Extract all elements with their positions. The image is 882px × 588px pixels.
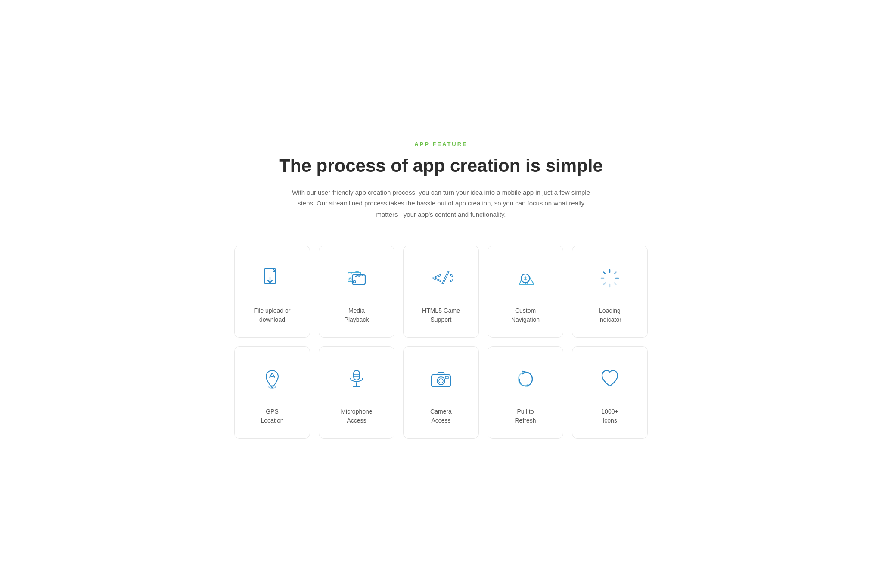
feature-card-file-upload: File upload ordownload [234,246,310,338]
gps-icon [253,360,292,398]
page-container: APP FEATURE The process of app creation … [234,141,648,448]
section-title: The process of app creation is simple [234,155,648,177]
features-row-1: File upload ordownload MediaPlayback [234,246,648,338]
section-eyebrow: APP FEATURE [234,141,648,147]
camera-label: CameraAccess [430,407,452,425]
loading-icon [590,259,629,298]
svg-line-11 [604,272,606,274]
media-playback-label: MediaPlayback [345,306,369,324]
pull-refresh-label: Pull toRefresh [515,407,536,425]
html5-game-icon: </> [422,259,460,298]
microphone-label: MicrophoneAccess [341,407,372,425]
feature-card-media-playback: MediaPlayback [319,246,394,338]
svg-text:</>: </> [432,269,453,286]
feature-card-pull-refresh: Pull toRefresh [488,346,563,439]
svg-rect-16 [354,370,360,380]
features-row-2: GPSLocation MicrophoneAccess [234,346,648,439]
gps-label: GPSLocation [261,407,284,425]
icons-label: 1000+Icons [601,407,618,425]
feature-card-custom-nav: CustomNavigation [488,246,563,338]
media-playback-icon [337,259,376,298]
svg-line-14 [604,283,606,285]
feature-card-html5-game: </> HTML5 GameSupport [403,246,479,338]
file-upload-icon [253,259,292,298]
svg-line-12 [615,283,616,285]
pull-refresh-icon [506,360,545,398]
feature-card-microphone: MicrophoneAccess [319,346,394,439]
feature-card-icons: 1000+Icons [572,346,648,439]
camera-icon [422,360,460,398]
icons-heart-icon [590,360,629,398]
feature-card-camera: CameraAccess [403,346,479,439]
svg-point-22 [437,377,445,385]
svg-point-23 [439,379,443,383]
svg-rect-24 [445,376,448,379]
svg-point-2 [349,278,351,280]
custom-nav-icon [506,259,545,298]
svg-line-13 [615,272,616,274]
file-upload-label: File upload ordownload [254,306,291,324]
feature-card-gps: GPSLocation [234,346,310,439]
loading-label: LoadingIndicator [598,306,621,324]
feature-card-loading: LoadingIndicator [572,246,648,338]
section-description: With our user-friendly app creation proc… [290,187,592,220]
custom-nav-label: CustomNavigation [511,306,540,324]
microphone-icon [337,360,376,398]
html5-game-label: HTML5 GameSupport [422,306,460,324]
